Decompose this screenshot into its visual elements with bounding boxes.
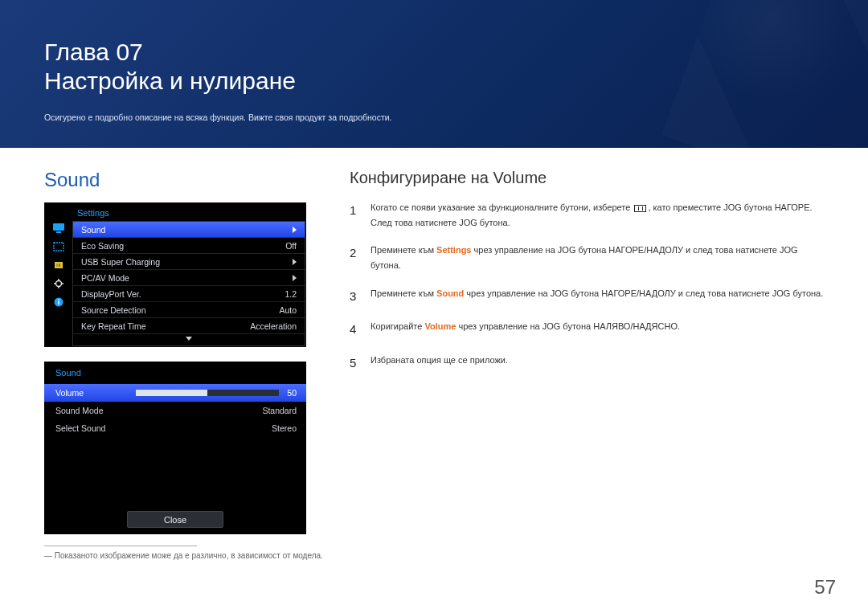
chapter-prefix: Глава bbox=[44, 39, 109, 65]
osd-row[interactable]: Source DetectionAuto bbox=[73, 302, 305, 318]
svg-rect-2 bbox=[54, 243, 63, 251]
gear-icon bbox=[52, 278, 65, 289]
close-button[interactable]: Close bbox=[127, 511, 223, 528]
sound-row-label: Select Sound bbox=[55, 423, 128, 433]
osd-row-label: USB Super Charging bbox=[81, 257, 160, 267]
footnote-divider bbox=[44, 546, 197, 546]
svg-rect-4 bbox=[56, 264, 58, 267]
step-number: 1 bbox=[350, 200, 359, 230]
osd-row-label: Source Detection bbox=[81, 305, 146, 315]
sound-row-label: Volume bbox=[55, 388, 128, 398]
osd-sound-panel: Sound Volume50Sound ModeStandardSelect S… bbox=[44, 362, 306, 534]
chevron-right-icon bbox=[293, 227, 297, 233]
osd-row[interactable]: Sound bbox=[73, 222, 305, 238]
osd-row[interactable]: DisplayPort Ver.1.2 bbox=[73, 286, 305, 302]
info-icon bbox=[52, 296, 65, 308]
subsection-heading: Конфигуриране на Volume bbox=[350, 169, 824, 187]
chapter-title: Настройка и нулиране bbox=[44, 67, 824, 95]
volume-slider[interactable] bbox=[136, 390, 279, 396]
chapter-header: Глава 07 Настройка и нулиране Осигурено … bbox=[0, 0, 868, 148]
sound-row-label: Sound Mode bbox=[55, 406, 128, 415]
step-number: 2 bbox=[350, 243, 359, 272]
osd-row-label: Sound bbox=[81, 225, 105, 235]
svg-rect-5 bbox=[59, 264, 60, 267]
scroll-down-indicator bbox=[73, 334, 305, 345]
keyword: Settings bbox=[436, 245, 471, 255]
osd-row[interactable]: Eco SavingOff bbox=[73, 238, 305, 254]
osd-category-iconstrip bbox=[45, 221, 72, 346]
sound-row[interactable]: Volume50 bbox=[44, 384, 306, 402]
svg-rect-12 bbox=[58, 301, 59, 304]
sound-row-value: Standard bbox=[262, 406, 297, 415]
sound-row[interactable]: Select SoundStereo bbox=[44, 419, 306, 437]
svg-rect-13 bbox=[58, 300, 59, 301]
chapter-description: Осигурено е подробно описание на всяка ф… bbox=[44, 112, 824, 122]
svg-rect-1 bbox=[56, 231, 61, 233]
chapter-prefix-line: Глава 07 bbox=[44, 39, 824, 66]
keyword: Volume bbox=[424, 321, 456, 331]
osd-row-label: PC/AV Mode bbox=[81, 273, 129, 283]
step: 5Избраната опция ще се приложи. bbox=[350, 353, 824, 374]
osd-settings-panel: Settings SoundEco SavingOffUSB Super Cha… bbox=[44, 202, 306, 347]
step-text: Когато се появи указание за функционални… bbox=[371, 200, 824, 230]
step-text: Избраната опция ще се приложи. bbox=[371, 353, 824, 374]
resize-icon bbox=[52, 241, 65, 252]
osd-row-value: Auto bbox=[279, 305, 297, 315]
chapter-number: 07 bbox=[116, 39, 142, 65]
step-number: 4 bbox=[350, 319, 359, 340]
step: 4Коригирайте Volume чрез управление на J… bbox=[350, 319, 824, 340]
svg-point-6 bbox=[56, 281, 62, 287]
step: 3Преминете към Sound чрез управление на … bbox=[350, 286, 824, 307]
section-heading-sound: Sound bbox=[44, 169, 326, 191]
steps-list: 1Когато се появи указание за функционалн… bbox=[350, 200, 824, 373]
osd-row-value: Off bbox=[285, 241, 297, 251]
osd-row-label: Key Repeat Time bbox=[81, 321, 146, 331]
osd-row-label: Eco Saving bbox=[81, 241, 124, 251]
osd-row[interactable]: PC/AV Mode bbox=[73, 270, 305, 286]
step-text: Коригирайте Volume чрез управление на JO… bbox=[371, 319, 824, 340]
keyword: Sound bbox=[436, 288, 464, 298]
sound-row-value: Stereo bbox=[272, 423, 297, 433]
footnote-text: ― Показаното изображение може да е разли… bbox=[44, 551, 326, 560]
step: 2Преминете към Settings чрез управление … bbox=[350, 243, 824, 272]
step-number: 5 bbox=[350, 353, 359, 374]
sound-panel-title: Sound bbox=[44, 362, 306, 384]
sound-row-value: 50 bbox=[287, 388, 297, 398]
step-text: Преминете към Settings чрез управление н… bbox=[371, 243, 824, 272]
page-number: 57 bbox=[814, 576, 836, 599]
svg-rect-0 bbox=[53, 223, 64, 231]
adjust-icon bbox=[52, 260, 65, 271]
sound-row[interactable]: Sound ModeStandard bbox=[44, 402, 306, 419]
step: 1Когато се появи указание за функционалн… bbox=[350, 200, 824, 230]
step-number: 3 bbox=[350, 286, 359, 307]
osd-header: Settings bbox=[45, 203, 305, 221]
osd-row[interactable]: USB Super Charging bbox=[73, 254, 305, 270]
step-text: Преминете към Sound чрез управление на J… bbox=[371, 286, 824, 307]
osd-row[interactable]: Key Repeat TimeAcceleration bbox=[73, 318, 305, 334]
monitor-icon bbox=[52, 223, 65, 234]
menu-icon bbox=[634, 205, 646, 212]
osd-row-label: DisplayPort Ver. bbox=[81, 289, 141, 299]
chevron-right-icon bbox=[293, 275, 297, 281]
osd-row-value: Acceleration bbox=[250, 321, 297, 331]
osd-row-value: 1.2 bbox=[285, 289, 297, 299]
chevron-right-icon bbox=[293, 259, 297, 265]
osd-list: SoundEco SavingOffUSB Super ChargingPC/A… bbox=[72, 221, 305, 346]
